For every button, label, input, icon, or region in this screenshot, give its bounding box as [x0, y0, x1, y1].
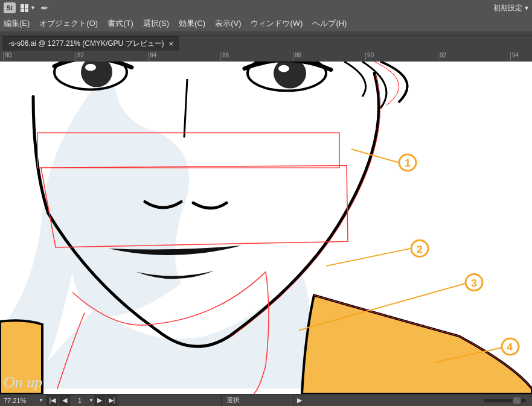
- ruler-tick: 80: [3, 52, 11, 60]
- annotation-4: 4: [507, 341, 513, 354]
- ruler-tick: 90: [365, 52, 374, 60]
- zoom-slider[interactable]: [484, 399, 526, 402]
- ruler-tick: 92: [438, 52, 446, 60]
- annotation-1: 1: [405, 157, 411, 170]
- play-icon[interactable]: ▶: [293, 396, 306, 404]
- artboard-number[interactable]: 1: [71, 397, 89, 404]
- svg-line-8: [351, 149, 399, 162]
- ruler-tick: 94: [510, 52, 519, 60]
- feather-icon[interactable]: ✒: [40, 2, 48, 14]
- annotation-3: 3: [471, 277, 477, 289]
- stock-badge[interactable]: St: [4, 2, 16, 13]
- ruler-tick: 86: [220, 52, 229, 60]
- menu-edit[interactable]: 編集(E): [4, 18, 30, 29]
- ruler-tick: 84: [148, 52, 156, 60]
- options-bar: [0, 31, 532, 36]
- menu-help[interactable]: ヘルプ(H): [312, 18, 347, 29]
- artboard[interactable]: 1 2 3 4 On up: [0, 62, 532, 394]
- workspace-label: 初期設定: [493, 3, 522, 13]
- workspace-switcher[interactable]: 初期設定 ▾: [493, 3, 528, 13]
- document-tab-bar: -s-s06.ai @ 1277.21% (CMYK/GPU プレビュー) ×: [0, 36, 532, 51]
- current-tool: 選択: [222, 396, 245, 405]
- svg-point-2: [85, 64, 96, 71]
- artboard-first-button[interactable]: |◀: [47, 395, 58, 406]
- artboard-prev-button[interactable]: ◀: [59, 395, 70, 406]
- chevron-down-icon[interactable]: ▼: [89, 398, 94, 403]
- ruler-tick: 88: [293, 52, 301, 60]
- menu-select[interactable]: 選択(S): [143, 18, 169, 29]
- ruler-tick: 82: [75, 52, 84, 60]
- artboard-next-button[interactable]: ▶: [94, 395, 105, 406]
- close-tab-icon[interactable]: ×: [169, 39, 174, 48]
- artwork-svg: 1 2 3 4: [0, 62, 532, 394]
- menu-object[interactable]: オブジェクト(O): [39, 18, 98, 29]
- canvas-area: 80 82 84 86 88 90 92 94: [0, 51, 532, 394]
- menu-window[interactable]: ウィンドウ(W): [251, 18, 303, 29]
- document-tab[interactable]: -s-s06.ai @ 1277.21% (CMYK/GPU プレビュー) ×: [2, 36, 179, 51]
- svg-line-10: [326, 249, 411, 266]
- app-bar: St ▼ ✒ 初期設定 ▾: [0, 0, 532, 16]
- zoom-level[interactable]: 77.21%: [0, 397, 39, 404]
- chevron-down-icon: ▾: [525, 4, 528, 12]
- appbar-left: St ▼ ✒: [4, 2, 48, 14]
- svg-point-5: [278, 65, 289, 72]
- horizontal-ruler: 80 82 84 86 88 90 92 94: [0, 51, 532, 62]
- artboard-last-button[interactable]: ▶|: [106, 395, 117, 406]
- menu-view[interactable]: 表示(V): [215, 18, 241, 29]
- menu-bar: 編集(E) オブジェクト(O) 書式(T) 選択(S) 効果(C) 表示(V) …: [0, 16, 532, 31]
- status-bar: 77.21% ▼ |◀ ◀ 1 ▼ ▶ ▶| 選択 ▶: [0, 394, 532, 406]
- chevron-down-icon[interactable]: ▼: [39, 398, 43, 403]
- menu-effect[interactable]: 効果(C): [179, 18, 205, 29]
- annotation-2: 2: [417, 243, 423, 255]
- document-tab-label: -s-s06.ai @ 1277.21% (CMYK/GPU プレビュー): [8, 39, 164, 49]
- arrange-docs-icon[interactable]: ▼: [21, 4, 36, 12]
- watermark: On up: [4, 373, 42, 392]
- menu-type[interactable]: 書式(T): [107, 18, 133, 29]
